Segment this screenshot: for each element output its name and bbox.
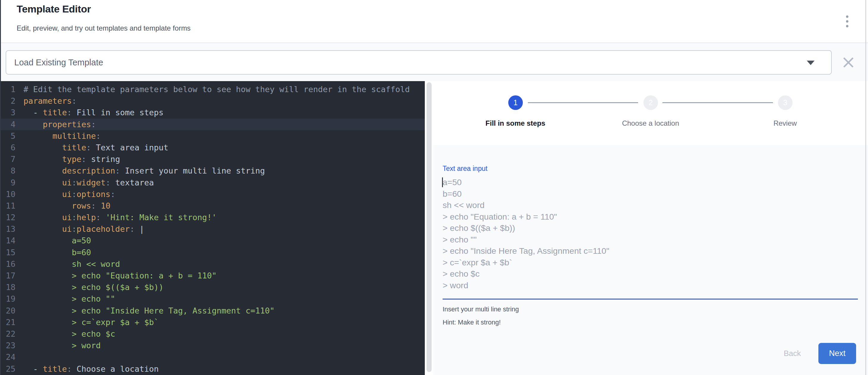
editor-scrollbar[interactable] bbox=[427, 82, 432, 372]
caret-down-icon bbox=[807, 61, 814, 65]
code-text bbox=[16, 351, 24, 363]
line-number: 3 bbox=[0, 107, 16, 118]
form-card: Text area input a=50b=60sh << word> echo… bbox=[433, 145, 868, 375]
line-number: 23 bbox=[0, 340, 16, 351]
line-number: 19 bbox=[0, 293, 16, 305]
code-text: parameters: bbox=[16, 95, 76, 107]
code-editor[interactable]: 1# Edit the template parameters below to… bbox=[0, 81, 425, 375]
line-number: 24 bbox=[0, 351, 16, 363]
code-text: description: Insert your multi line stri… bbox=[16, 165, 265, 177]
back-button[interactable]: Back bbox=[782, 349, 803, 358]
step-2-indicator[interactable]: 2 bbox=[644, 95, 658, 110]
code-line[interactable]: 7 type: string bbox=[0, 153, 425, 165]
line-number: 9 bbox=[0, 177, 16, 188]
code-line[interactable]: 20 > echo "Inside Here Tag, Assignment c… bbox=[0, 305, 425, 316]
line-number: 10 bbox=[0, 188, 16, 200]
form-actions: Back Next bbox=[443, 343, 856, 364]
field-hint: Hint: Make it strong! bbox=[443, 318, 856, 326]
step-3-indicator[interactable]: 3 bbox=[778, 95, 793, 110]
line-number: 11 bbox=[0, 200, 16, 212]
textarea-placeholder-line: > word bbox=[443, 280, 858, 291]
code-text: title: Text area input bbox=[16, 142, 168, 153]
code-line[interactable]: 18 > echo $(($a + $b)) bbox=[0, 281, 425, 293]
code-line[interactable]: 19 > echo "" bbox=[0, 293, 425, 305]
step-connector bbox=[662, 102, 773, 103]
preview-panel: 1 2 3 Fill in some steps Choose a locati… bbox=[433, 81, 868, 375]
code-text: rows: 10 bbox=[16, 200, 111, 212]
code-line[interactable]: 22 > echo $c bbox=[0, 328, 425, 340]
code-line[interactable]: 14 a=50 bbox=[0, 235, 425, 246]
code-line[interactable]: 12 ui:help: 'Hint: Make it strong!' bbox=[0, 212, 425, 223]
code-line[interactable]: 25 - title: Choose a location bbox=[0, 363, 425, 375]
step-1-label: Fill in some steps bbox=[456, 119, 575, 127]
textarea-placeholder-line: > echo "Equation: a + b = 110" bbox=[443, 211, 858, 223]
code-text: > word bbox=[16, 340, 101, 351]
code-line[interactable]: 16 sh << word bbox=[0, 258, 425, 270]
code-text: - title: Choose a location bbox=[16, 363, 159, 375]
page-title: Template Editor bbox=[17, 3, 91, 15]
line-number: 8 bbox=[0, 165, 16, 177]
page-header: Template Editor Edit, preview, and try o… bbox=[0, 0, 868, 43]
code-line[interactable]: 2parameters: bbox=[0, 95, 425, 107]
code-text: sh << word bbox=[16, 258, 120, 270]
multiline-textarea[interactable]: a=50b=60sh << word> echo "Equation: a + … bbox=[443, 177, 858, 300]
code-line[interactable]: 10 ui:options: bbox=[0, 188, 425, 200]
textarea-placeholder-line: sh << word bbox=[443, 199, 858, 211]
line-number: 2 bbox=[0, 95, 16, 107]
code-line[interactable]: 4 properties: bbox=[0, 119, 425, 130]
code-line[interactable]: 5 multiline: bbox=[0, 130, 425, 142]
line-number: 18 bbox=[0, 281, 16, 293]
code-text: type: string bbox=[16, 153, 120, 165]
code-text: a=50 bbox=[16, 235, 91, 246]
code-text: properties: bbox=[16, 119, 96, 130]
line-number: 15 bbox=[0, 247, 16, 258]
code-line[interactable]: 6 title: Text area input bbox=[0, 142, 425, 153]
step-2-label: Choose a location bbox=[591, 119, 710, 127]
textarea-placeholder-line: > echo "Inside Here Tag, Assignment c=11… bbox=[443, 245, 858, 257]
code-text: ui:placeholder: | bbox=[16, 223, 144, 235]
field-label: Text area input bbox=[443, 165, 856, 173]
code-line[interactable]: 17 > echo "Equation: a + b = 110" bbox=[0, 270, 425, 281]
code-line[interactable]: 11 rows: 10 bbox=[0, 200, 425, 212]
code-text: multiline: bbox=[16, 130, 101, 142]
load-template-section: Load Existing Template bbox=[0, 43, 868, 81]
line-number: 13 bbox=[0, 223, 16, 235]
code-text: # Edit the template parameters below to … bbox=[16, 84, 410, 95]
next-button[interactable]: Next bbox=[818, 343, 856, 364]
step-1-indicator[interactable]: 1 bbox=[508, 95, 523, 110]
line-number: 6 bbox=[0, 142, 16, 153]
textarea-placeholder-line: b=60 bbox=[443, 188, 858, 200]
overflow-menu-button[interactable] bbox=[841, 12, 854, 30]
clear-selection-button[interactable] bbox=[842, 56, 855, 69]
code-line[interactable]: 8 description: Insert your multi line st… bbox=[0, 165, 425, 177]
load-template-select[interactable]: Load Existing Template bbox=[6, 50, 832, 74]
line-number: 7 bbox=[0, 153, 16, 165]
line-number: 4 bbox=[0, 119, 16, 130]
kebab-menu-icon bbox=[846, 15, 848, 27]
code-text: > echo "" bbox=[16, 293, 115, 305]
line-number: 1 bbox=[0, 84, 16, 95]
code-text: > echo "Inside Here Tag, Assignment c=11… bbox=[16, 305, 275, 316]
step-connector bbox=[528, 102, 638, 103]
code-line[interactable]: 1# Edit the template parameters below to… bbox=[0, 84, 425, 95]
load-template-placeholder: Load Existing Template bbox=[14, 58, 103, 67]
code-line[interactable]: 3 - title: Fill in some steps bbox=[0, 107, 425, 118]
line-number: 16 bbox=[0, 258, 16, 270]
code-line[interactable]: 21 > c=`expr $a + $b` bbox=[0, 316, 425, 328]
code-line[interactable]: 15 b=60 bbox=[0, 247, 425, 258]
code-text: > c=`expr $a + $b` bbox=[16, 316, 159, 328]
code-text: > echo $(($a + $b)) bbox=[16, 281, 163, 293]
field-description: Insert your multi line string bbox=[443, 306, 856, 313]
left-edge-border bbox=[0, 0, 1, 375]
line-number: 25 bbox=[0, 363, 16, 375]
code-line[interactable]: 23 > word bbox=[0, 340, 425, 351]
close-icon bbox=[842, 57, 854, 68]
code-line[interactable]: 13 ui:placeholder: | bbox=[0, 223, 425, 235]
text-cursor bbox=[442, 178, 443, 187]
line-number: 21 bbox=[0, 316, 16, 328]
code-line[interactable]: 9 ui:widget: textarea bbox=[0, 177, 425, 188]
line-number: 22 bbox=[0, 328, 16, 340]
code-text: ui:help: 'Hint: Make it strong!' bbox=[16, 212, 217, 223]
code-line[interactable]: 24 bbox=[0, 351, 425, 363]
code-text: > echo "Equation: a + b = 110" bbox=[16, 270, 217, 281]
